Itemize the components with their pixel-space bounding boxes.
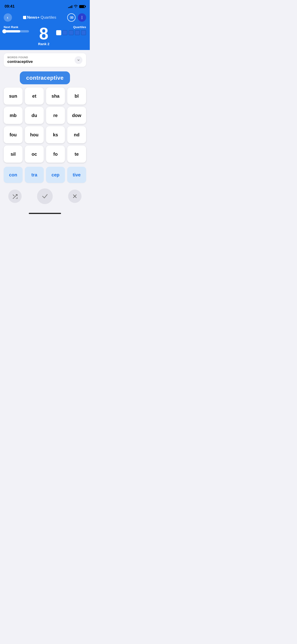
selected-tile-tive[interactable]: tive	[67, 167, 86, 183]
tile-te[interactable]: te	[67, 146, 86, 162]
tile-fou[interactable]: fou	[4, 126, 22, 143]
clear-button[interactable]	[68, 190, 82, 203]
selected-tile-cep[interactable]: cep	[46, 167, 65, 183]
quartile-dot-1	[56, 30, 61, 35]
tile-mb[interactable]: mb	[4, 107, 22, 124]
svg-point-4	[82, 16, 82, 16]
tile-oc[interactable]: oc	[25, 146, 44, 162]
home-indicator	[0, 209, 90, 216]
rank-progress-bar	[4, 30, 29, 32]
quartiles-indicator-label: Quartiles	[73, 25, 86, 29]
quartile-dot-5	[81, 30, 86, 35]
game-title-label: Quartiles	[40, 15, 56, 20]
tile-du[interactable]: du	[25, 107, 44, 124]
tile-sha[interactable]: sha	[46, 88, 65, 104]
selected-tile-con[interactable]: con	[4, 167, 22, 183]
header-actions	[67, 13, 86, 22]
tile-hou[interactable]: hou	[25, 126, 44, 143]
score-icon-button[interactable]	[67, 13, 76, 22]
status-icons	[68, 4, 85, 8]
score-number: 8	[39, 25, 48, 42]
status-time: 09:41	[4, 4, 14, 9]
tile-nd[interactable]: nd	[67, 126, 86, 143]
home-bar	[29, 213, 61, 214]
words-found-word: contraceptive	[7, 60, 33, 64]
quartile-dot-4	[75, 30, 80, 35]
score-center: 8 Rank 2	[38, 25, 49, 46]
shuffle-button[interactable]	[8, 190, 22, 203]
current-word-display: contraceptive	[20, 72, 70, 84]
apple-logo-icon	[23, 15, 26, 20]
svg-point-5	[82, 17, 82, 18]
words-found-card: WORDS FOUND contraceptive	[4, 53, 86, 67]
tile-fo[interactable]: fo	[46, 146, 65, 162]
back-button[interactable]: ‹	[4, 13, 12, 22]
selected-tiles-row: con tra cep tive	[4, 167, 86, 183]
words-found-content: WORDS FOUND contraceptive	[7, 56, 33, 64]
tiles-grid: sun et sha bl mb du re dow fou hou ks nd…	[4, 88, 86, 162]
tile-re[interactable]: re	[46, 107, 65, 124]
tile-bl[interactable]: bl	[67, 88, 86, 104]
score-section: Next Rank 8 Rank 2 Quartiles	[0, 24, 90, 50]
tile-sil[interactable]: sil	[4, 146, 22, 162]
wifi-icon	[74, 4, 78, 8]
svg-point-6	[82, 18, 82, 19]
action-buttons	[4, 186, 86, 204]
next-rank-area: Next Rank	[4, 25, 31, 32]
quartile-dots	[56, 30, 86, 35]
quartile-dot-3	[68, 30, 74, 35]
selected-tile-tra[interactable]: tra	[25, 167, 44, 183]
tile-dow[interactable]: dow	[67, 107, 86, 124]
rank-label: Rank 2	[38, 42, 49, 46]
header-title: News+ Quartiles	[23, 15, 56, 20]
words-found-label: WORDS FOUND	[7, 56, 33, 59]
expand-words-button[interactable]	[74, 56, 82, 64]
rank-progress-dot	[2, 29, 6, 34]
tile-sun[interactable]: sun	[4, 88, 22, 104]
header: ‹ News+ Quartiles	[0, 12, 90, 24]
quartiles-indicator: Quartiles	[56, 25, 86, 35]
more-options-button[interactable]	[78, 13, 86, 22]
signal-icon	[68, 5, 72, 8]
quartile-dot-2	[62, 30, 68, 35]
game-area: contraceptive sun et sha bl mb du re dow…	[0, 67, 90, 204]
tile-et[interactable]: et	[25, 88, 44, 104]
submit-button[interactable]	[37, 188, 53, 204]
status-bar: 09:41	[0, 0, 90, 12]
app-name-label: News+	[27, 15, 40, 20]
back-chevron-icon: ‹	[7, 15, 8, 20]
next-rank-label: Next Rank	[4, 25, 18, 29]
battery-icon	[79, 5, 85, 8]
tile-ks[interactable]: ks	[46, 126, 65, 143]
